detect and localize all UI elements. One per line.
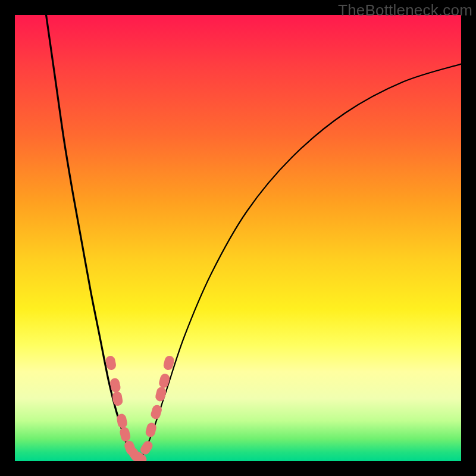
watermark-label: TheBottleneck.com [338,1,472,20]
marker-point [155,386,167,402]
curve-left-branch-curve [46,15,136,459]
marker-point [158,372,171,389]
curve-right-branch-curve [140,64,461,459]
chart-frame: TheBottleneck.com [0,0,476,476]
curve-layer [15,15,461,461]
